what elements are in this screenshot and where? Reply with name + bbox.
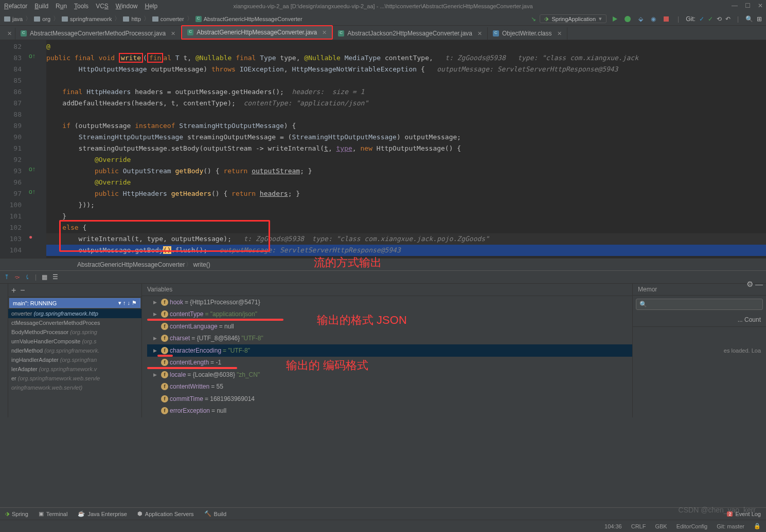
editorconfig[interactable]: EditorConfig	[676, 523, 708, 529]
close-button[interactable]: ✕	[758, 2, 763, 9]
folder-icon	[4, 16, 10, 22]
crumb-class[interactable]: AbstractGenericHttpMessageConverter	[195, 16, 302, 22]
settings-icon[interactable]: ⚙ —	[746, 280, 763, 289]
code-content[interactable]: @ public final void write(final T t, @Nu…	[46, 40, 766, 258]
remove-frame-icon[interactable]: −	[20, 286, 25, 295]
code-editor[interactable]: 8283848586878889909192939697100101102103…	[0, 40, 766, 258]
list-icon[interactable]: ☰	[52, 273, 58, 281]
annotation-format: 输出的格式 JSON	[317, 313, 407, 328]
mem-count-header: ... Count	[633, 313, 766, 327]
structure-icon[interactable]: ⊞	[757, 15, 762, 23]
spring-tab[interactable]: ⬗Spring	[5, 510, 28, 517]
crumb-org[interactable]: org	[34, 16, 50, 22]
lock-icon[interactable]: 🔒	[754, 523, 761, 529]
step-into-icon[interactable]: ⤹	[25, 273, 30, 281]
override-icon[interactable]: o↑	[29, 166, 35, 173]
run-button[interactable]	[610, 14, 619, 24]
var-row: ▶f characterEncoding = "UTF-8"	[147, 344, 632, 357]
encoding[interactable]: GBK	[655, 523, 667, 529]
search-icon[interactable]: 🔍	[745, 15, 753, 23]
frame-item[interactable]: ctMessageConverterMethodProces	[8, 318, 141, 327]
menu-run[interactable]: Run	[56, 3, 67, 10]
run-config-dropdown[interactable]: ⬗ SpringApplication ▾	[540, 14, 607, 23]
var-row: ▶f hook= {Http11Processor@5471}	[147, 296, 632, 308]
close-icon[interactable]: ✕	[557, 30, 562, 37]
frame-item[interactable]: er (org.springframework.web.servle	[8, 374, 141, 383]
close-icon[interactable]: ✕	[477, 30, 482, 37]
coverage-button[interactable]: ⬙	[636, 14, 645, 24]
annotation-encoding: 输出的 编码格式	[286, 358, 368, 373]
vcs-update-icon[interactable]: ✓	[699, 15, 704, 23]
code-breadcrumb: AbstractGenericHttpMessageConverter 〉 wr…	[0, 258, 766, 270]
cursor-position: 104:36	[604, 523, 622, 529]
maximize-button[interactable]: ☐	[745, 2, 751, 9]
search-icon: 🔍	[639, 301, 647, 308]
var-row: ▶f locale = {Locale@6038} "zh_CN"	[147, 369, 632, 381]
tab-objectwriter[interactable]: ObjectWriter.class✕	[488, 27, 567, 40]
menu-help[interactable]: Help	[145, 3, 158, 10]
menu-refactor[interactable]: Refactor	[4, 3, 27, 10]
breakpoint-icon[interactable]: ●	[29, 233, 32, 241]
frame-item[interactable]: ndlerMethod (org.springframework.	[8, 346, 141, 355]
git-label: Git:	[686, 15, 696, 23]
frame-item[interactable]: urnValueHandlerComposite (org.s	[8, 337, 141, 346]
frame-item[interactable]: lerAdapter (org.springframework.v	[8, 364, 141, 374]
hammer-icon[interactable]: ↘	[531, 15, 536, 23]
tab-abstractmessage[interactable]: AbstractMessageConverterMethodProcessor.…	[15, 27, 181, 40]
terminal-tab[interactable]: ▣Terminal	[39, 510, 68, 517]
annotation-stream: 流的方式输出	[314, 255, 382, 270]
tab-abstractgeneric[interactable]: AbstractGenericHttpMessageConverter.java…	[181, 25, 333, 40]
git-branch[interactable]: Git: master	[717, 523, 744, 529]
class-icon	[195, 16, 202, 22]
class-file-icon	[493, 30, 499, 36]
profile-button[interactable]: ◉	[649, 14, 658, 24]
vcs-revert-icon[interactable]: ↶	[725, 15, 731, 23]
watermark: CSDN @chen_yao_kerr	[679, 506, 756, 514]
var-row: f errorException = null	[147, 405, 632, 417]
minimize-button[interactable]: —	[732, 2, 738, 9]
crumb-converter[interactable]: converter	[152, 16, 184, 22]
build-tab[interactable]: 🔨Build	[204, 510, 226, 517]
memory-search[interactable]: 🔍	[636, 299, 763, 310]
close-icon[interactable]: ✕	[171, 30, 175, 37]
crumb-java[interactable]: java	[4, 16, 23, 22]
calculator-icon[interactable]: ▦	[42, 273, 47, 281]
vcs-history-icon[interactable]: ⟲	[717, 15, 722, 23]
status-bar: 104:36 CRLF GBK EditorConfig Git: master…	[0, 520, 766, 532]
toolbar: java〉 org〉 springframework〉 http〉 conver…	[0, 12, 766, 26]
line-sep[interactable]: CRLF	[631, 523, 646, 529]
tab-close-left[interactable]: ✕	[2, 28, 15, 40]
java-file-icon	[187, 29, 193, 35]
var-row: f commitTime = 1681963969014	[147, 393, 632, 405]
menu-window[interactable]: Window	[116, 3, 138, 10]
debug-sidebar	[0, 284, 8, 417]
close-icon[interactable]: ✕	[322, 29, 327, 36]
stop-button[interactable]	[662, 14, 671, 24]
menu-vcs[interactable]: VCS	[96, 3, 109, 10]
add-frame-icon[interactable]: +	[11, 286, 16, 295]
debug-button[interactable]	[623, 14, 632, 24]
menu-tools[interactable]: Tools	[74, 3, 88, 10]
menu-build[interactable]: Build	[34, 3, 48, 10]
bottom-tool-bar: ⬗Spring ▣Terminal ☕Java Enterprise ⬢Appl…	[0, 507, 766, 520]
appservers-tab[interactable]: ⬢Application Servers	[137, 510, 194, 517]
frame-item[interactable]: BodyMethodProcessor (org.spring	[8, 327, 141, 337]
window-title: xiangxueedu-vip-2_aa [D:\design\xiangxue…	[233, 3, 532, 9]
frame-item[interactable]: oringframework.web.servlet)	[8, 383, 141, 392]
override-icon[interactable]: o↑	[29, 188, 35, 195]
thread-dropdown[interactable]: main": RUNNING▾ ↑ ↓ ⚑	[9, 298, 140, 308]
javaee-tab[interactable]: ☕Java Enterprise	[78, 510, 127, 517]
frame-item[interactable]: onverter (org.springframework.http	[8, 309, 141, 318]
rerun-icon[interactable]: ⤒	[4, 273, 9, 281]
override-icon[interactable]: o↑	[29, 52, 35, 60]
step-over-icon[interactable]: ⤼	[14, 273, 20, 281]
gutter-marks: o↑ o↑ o↑ ●	[26, 40, 46, 258]
tab-abstractjackson[interactable]: AbstractJackson2HttpMessageConverter.jav…	[333, 27, 488, 40]
frame-item[interactable]: ingHandlerAdapter (org.springfran	[8, 355, 141, 364]
crumb-spring[interactable]: springframework	[62, 16, 112, 22]
crumb-http[interactable]: http	[123, 16, 140, 22]
menu-bar: Refactor Build Run Tools VCS Window Help…	[0, 0, 766, 12]
variables-tree[interactable]: ▶f hook= {Http11Processor@5471} ▶f conte…	[142, 296, 632, 417]
memory-panel: Memor 🔍 ... Count es loaded. Loa	[632, 284, 766, 417]
vcs-commit-icon[interactable]: ✓	[708, 15, 713, 23]
